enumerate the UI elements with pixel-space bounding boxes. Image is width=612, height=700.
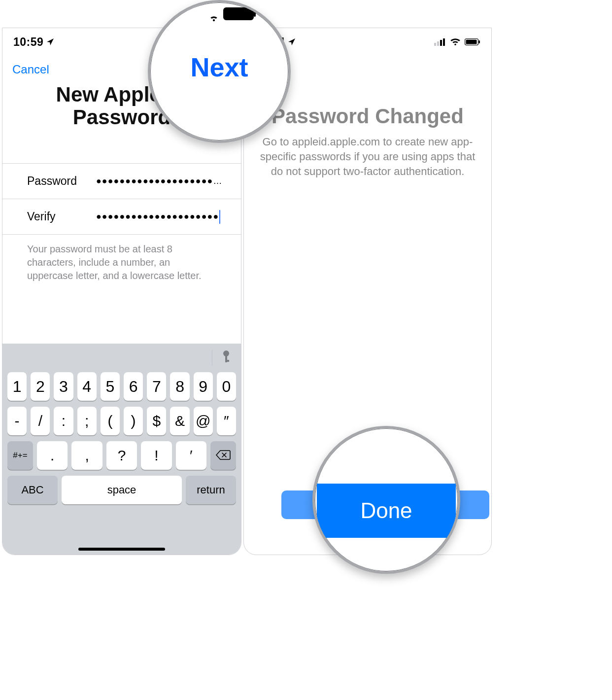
done-button-label: Done (360, 498, 412, 523)
cellular-signal-icon (434, 38, 446, 46)
status-time-text: 10:59 (13, 35, 43, 49)
magnifier-done: Done (312, 426, 460, 574)
key-semicolon[interactable]: ; (77, 407, 97, 435)
keyboard[interactable]: 1 2 3 4 5 6 7 8 9 0 - / : ; ( ) $ & @ ″ … (2, 344, 241, 555)
wifi-icon (450, 38, 461, 46)
key-period[interactable]: . (37, 441, 68, 470)
magnifier-next: Next (148, 0, 291, 143)
battery-icon (223, 7, 254, 20)
key-paren-close[interactable]: ) (124, 407, 143, 435)
key-dash[interactable]: - (7, 407, 27, 435)
page-subtext: Go to appleid.apple.com to create new ap… (244, 128, 491, 178)
location-arrow-icon (46, 35, 54, 49)
passwords-key-icon[interactable] (221, 350, 231, 366)
key-4[interactable]: 4 (77, 372, 97, 401)
svg-rect-5 (440, 40, 442, 46)
svg-rect-9 (479, 40, 480, 43)
key-0[interactable]: 0 (217, 372, 236, 401)
key-backspace[interactable] (210, 441, 236, 470)
key-doublequote[interactable]: ″ (217, 407, 236, 435)
keyboard-row-2: - / : ; ( ) $ & @ ″ (7, 407, 236, 435)
key-ampersand[interactable]: & (170, 407, 189, 435)
keyboard-topbar (7, 344, 236, 372)
home-indicator[interactable] (78, 548, 165, 551)
key-5[interactable]: 5 (101, 372, 120, 401)
next-button[interactable]: Next (190, 52, 248, 82)
key-abc[interactable]: ABC (7, 476, 58, 504)
key-symbols-switch[interactable]: #+= (7, 441, 33, 470)
verify-value-text: ●●●●●●●●●●●●●●●●●●●●● (96, 211, 219, 221)
key-1[interactable]: 1 (7, 372, 27, 401)
key-colon[interactable]: : (54, 407, 73, 435)
key-space[interactable]: space (62, 476, 182, 504)
key-apostrophe[interactable]: ′ (176, 441, 206, 470)
key-dollar[interactable]: $ (147, 407, 166, 435)
svg-rect-2 (225, 360, 229, 362)
key-8[interactable]: 8 (170, 372, 189, 401)
key-paren-open[interactable]: ( (101, 407, 120, 435)
password-form: Password ●●●●●●●●●●●●●●●●●●●●… Verify ●●… (2, 163, 241, 235)
password-hint: Your password must be at least 8 charact… (2, 235, 241, 282)
cancel-button[interactable]: Cancel (12, 63, 49, 76)
key-7[interactable]: 7 (147, 372, 166, 401)
keyboard-row-3: #+= . , ? ! ′ (7, 441, 236, 470)
done-button[interactable]: Done (317, 484, 456, 538)
location-arrow-icon (288, 35, 296, 49)
svg-rect-6 (443, 38, 445, 46)
magnifier-done-body: Done (315, 428, 458, 571)
keyboard-row-1: 1 2 3 4 5 6 7 8 9 0 (7, 372, 236, 401)
key-comma[interactable]: , (71, 441, 102, 470)
keyboard-top-divider (212, 350, 212, 366)
keyboard-row-4: ABC space return (7, 476, 236, 504)
svg-rect-4 (437, 41, 439, 46)
key-9[interactable]: 9 (194, 372, 213, 401)
svg-rect-8 (466, 40, 477, 44)
verify-row[interactable]: Verify ●●●●●●●●●●●●●●●●●●●●● (2, 199, 241, 235)
text-cursor (219, 210, 220, 224)
key-question[interactable]: ? (106, 441, 137, 470)
status-time: 10:59 (13, 35, 54, 49)
key-exclaim[interactable]: ! (141, 441, 171, 470)
key-3[interactable]: 3 (54, 372, 73, 401)
password-row[interactable]: Password ●●●●●●●●●●●●●●●●●●●●… (2, 164, 241, 199)
wifi-icon (207, 12, 220, 24)
key-2[interactable]: 2 (31, 372, 50, 401)
svg-rect-3 (434, 43, 436, 46)
password-field[interactable]: ●●●●●●●●●●●●●●●●●●●●… (96, 176, 223, 186)
page-title: Password Changed (244, 105, 491, 128)
password-label: Password (27, 175, 96, 188)
verify-field[interactable]: ●●●●●●●●●●●●●●●●●●●●● (96, 210, 223, 224)
key-at[interactable]: @ (194, 407, 213, 435)
battery-icon (465, 38, 480, 46)
key-6[interactable]: 6 (124, 372, 143, 401)
backspace-icon (216, 447, 231, 464)
key-slash[interactable]: / (31, 407, 50, 435)
verify-label: Verify (27, 210, 96, 223)
magnifier-next-body: Next (150, 2, 288, 140)
status-icons (434, 38, 480, 46)
key-return[interactable]: return (186, 476, 236, 504)
